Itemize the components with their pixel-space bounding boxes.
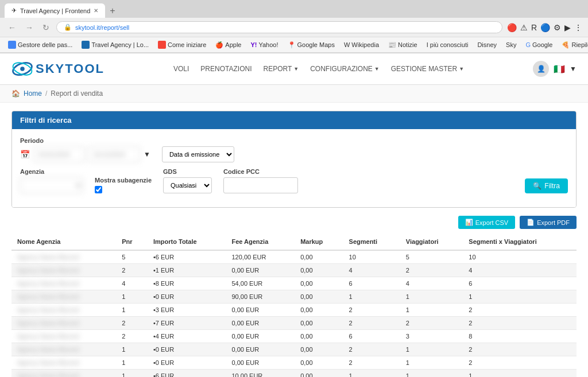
cell-sx: 2 [463,356,577,370]
gds-label: GDS [163,168,212,175]
bookmark-come[interactable]: Come iniziare [156,40,208,50]
bookmark-label-sky: Sky [506,41,516,48]
cell-nome-agenzia: Agency Name Blurred [17,346,79,353]
cell-fee: 0,00 EUR [226,304,295,317]
filtra-label: Filtra [544,182,560,190]
filter-group-codice-pcc: Codice PCC [223,168,298,193]
col-markup: Markup [295,234,343,250]
cell-sx: 10 [463,250,577,264]
nav-gestione-master-arrow: ▼ [459,66,464,72]
cell-viaggiatori: 2 [400,317,463,330]
bookmark-wiki[interactable]: W Wikipedia [342,40,381,49]
address-bar[interactable]: 🔒 skytool.it/report/sell [56,21,502,33]
bookmark-google[interactable]: G Google [523,40,555,49]
extension-icon-6[interactable]: ▶ [564,23,571,32]
extension-icon-2[interactable]: ⚠ [520,23,528,32]
active-tab[interactable]: ✈ Travel Agency | Frontend ✕ [5,3,105,18]
extension-icon-3[interactable]: R [531,23,537,32]
extension-icon-1[interactable]: 🔴 [507,23,517,32]
cell-viaggiatori: 1 [400,304,463,317]
breadcrumb-home[interactable]: Home [24,90,42,98]
bookmark-favicon-gestore [8,41,16,49]
bookmark-gestore[interactable]: Gestore delle pas... [6,40,75,50]
filtra-button[interactable]: 🔍 Filtra [525,178,568,193]
tab-close-button[interactable]: ✕ [94,7,98,14]
data-emissione-select[interactable]: Data di emissione Data di partenza [162,146,234,162]
breadcrumb: 🏠 Home / Report di vendita [0,85,588,103]
cell-segmenti: 2 [343,356,400,370]
reload-button[interactable]: ↻ [40,22,52,33]
bookmark-riepilogo[interactable]: 🍕 Riepilogo [559,40,588,50]
export-csv-button[interactable]: 📊 Export CSV [458,216,515,229]
cell-markup: 0,00 [295,290,343,304]
bookmark-apple[interactable]: 🍎 Apple [213,40,243,50]
bookmark-label-notizie: Notizie [398,41,417,48]
nav-configurazione[interactable]: CONFIGURAZIONE ▼ [310,65,380,73]
agenzia-select[interactable] [20,177,83,193]
svg-point-2 [20,67,25,71]
gds-select[interactable]: Qualsiasi Amadeus Galileo Sabre [163,177,212,193]
extension-icon-4[interactable]: 🔵 [540,23,550,32]
page-content: Filtri di ricerca Periodo 📅 ▼ [0,103,588,377]
cell-pnr: 2 [116,264,148,277]
periodo-start-input[interactable] [33,146,85,162]
language-flag[interactable]: 🇮🇹 [554,64,565,75]
bookmark-gmaps[interactable]: 📍 Google Maps [285,40,337,50]
cell-pnr: 1 [116,343,148,356]
bookmark-sky[interactable]: Sky [504,40,519,49]
col-segmenti: Segmenti [343,234,400,250]
col-pnr: Pnr [116,234,148,250]
table-row: Agency Name Blurred 2 •7 EUR 0,00 EUR 0,… [11,317,577,330]
cell-nome-agenzia: Agency Name Blurred [17,372,79,377]
filter-row-periodo: Periodo 📅 ▼ Data di emissione Data di pa… [20,137,568,162]
back-button[interactable]: ← [6,22,18,33]
bookmark-label-google: Google [532,41,552,48]
bookmark-yahoo[interactable]: Y! Yahoo! [248,40,280,49]
cell-segmenti: 1 [343,290,400,304]
cell-nome-agenzia: Agency Name Blurred [17,320,79,327]
bookmark-travel[interactable]: Travel Agency | Lo... [79,40,151,50]
export-pdf-button[interactable]: 📄 Export PDF [520,216,577,229]
extension-icon-5[interactable]: ⚙ [554,23,561,32]
nav-voli[interactable]: VOLI [173,65,189,73]
filter-box: Filtri di ricerca Periodo 📅 ▼ [11,111,577,208]
mostra-subagenzie-checkbox[interactable] [95,186,102,193]
periodo-end-input[interactable] [88,146,140,162]
nav-report[interactable]: REPORT ▼ [263,65,299,73]
nav-gestione-master[interactable]: GESTIONE MASTER ▼ [391,65,464,73]
table-header-row: Nome Agenzia Pnr Importo Totale Fee Agen… [11,234,577,250]
app-header: SKYTOOL VOLI PRENOTAZIONI REPORT ▼ CONFI… [0,53,588,85]
bookmark-label-gestore: Gestore delle pas... [18,41,72,48]
cell-sx: 4 [463,264,577,277]
bookmark-favicon-apple: 🍎 [215,41,223,49]
breadcrumb-current: Report di vendita [51,90,103,98]
cell-viaggiatori: 2 [400,264,463,277]
table-row: Agency Name Blurred 1 •0 EUR 90,00 EUR 0… [11,290,577,304]
lock-icon: 🔒 [64,24,72,31]
periodo-dropdown-arrow[interactable]: ▼ [144,150,150,158]
cell-nome-agenzia: Agency Name Blurred [17,306,79,313]
bookmark-label-yahoo: Yahoo! [258,41,278,48]
cell-importo: •8 EUR [148,277,226,290]
bookmark-disney[interactable]: Disney [475,40,499,49]
cell-viaggiatori: 1 [400,343,463,356]
bookmark-notizie[interactable]: 📰 Notizie [386,40,420,50]
forward-button[interactable]: → [23,22,36,33]
filter-group-mostra-subagenzie: Mostra subagenzie [95,177,152,193]
bookmark-label-travel: Travel Agency | Lo... [91,41,149,48]
bookmark-piu[interactable]: I più conosciuti [424,40,471,49]
cell-viaggiatori: 3 [400,330,463,343]
bookmark-label-come: Come iniziare [168,41,206,48]
cell-fee: 120,00 EUR [226,250,295,264]
language-dropdown-arrow[interactable]: ▼ [570,65,577,73]
cell-nome-agenzia: Agency Name Blurred [17,359,79,366]
user-avatar[interactable]: 👤 [533,61,549,77]
bookmark-label-piu: I più conosciuti [427,41,469,48]
cell-importo: •7 EUR [148,317,226,330]
codice-pcc-input[interactable] [223,177,298,193]
more-menu-button[interactable]: ⋮ [574,23,582,32]
nav-prenotazioni[interactable]: PRENOTAZIONI [200,65,252,73]
cell-pnr: 1 [116,290,148,304]
new-tab-button[interactable]: + [105,6,119,16]
cell-importo: •1 EUR [148,264,226,277]
